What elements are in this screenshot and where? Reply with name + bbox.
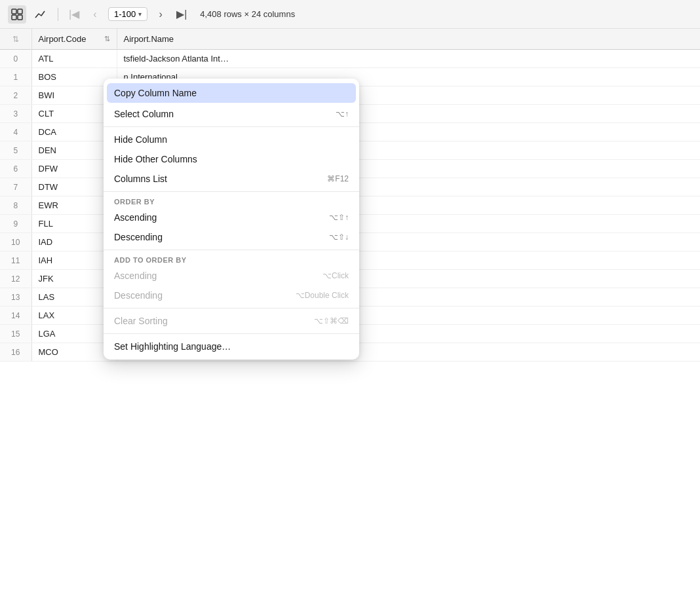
svg-rect-1 (18, 9, 22, 14)
menu-item-copy_column_name[interactable]: Copy Column Name (107, 83, 356, 103)
row-number-cell: 6 (0, 160, 31, 178)
airport-code-cell: ATL (31, 50, 117, 68)
menu-item-select_column[interactable]: Select Column⌥↑ (104, 104, 359, 124)
first-page-button[interactable]: |◀ (66, 7, 82, 22)
row-number-cell: 7 (0, 178, 31, 196)
row-number-cell: 5 (0, 141, 31, 160)
column-header-airport-name[interactable]: Airport.Name ⇅ (117, 29, 700, 50)
row-number-cell: 4 (0, 123, 31, 141)
row-number-cell: 1 (0, 68, 31, 86)
sort-icon-row: ⇅ (12, 35, 19, 44)
menu-item-descending[interactable]: Descending⌥⇧↓ (104, 227, 359, 247)
menu-item-clear_sorting: Clear Sorting⌥⇧⌘⌫ (104, 311, 359, 331)
menu-item-shortcut-ascending_add: ⌥Click (322, 271, 349, 280)
menu-item-label-ascending: Ascending (114, 212, 157, 223)
menu-item-label-columns_list: Columns List (114, 174, 167, 184)
menu-item-label-select_column: Select Column (114, 109, 174, 119)
menu-item-shortcut-ascending: ⌥⇧↑ (329, 213, 349, 222)
svg-rect-0 (12, 9, 16, 14)
menu-item-set_highlighting[interactable]: Set Highlighting Language… (104, 337, 359, 356)
chevron-down-icon: ▾ (138, 10, 142, 18)
next-page-button[interactable]: › (153, 7, 168, 22)
menu-item-label-descending: Descending (114, 232, 163, 242)
menu-separator (104, 308, 359, 308)
menu-item-shortcut-descending_add: ⌥Double Click (296, 291, 349, 300)
prev-page-button[interactable]: ‹ (87, 7, 103, 22)
column-label-airport-name: Airport.Name (124, 34, 174, 44)
row-number-cell: 15 (0, 325, 31, 343)
menu-section-order_by_header: ORDER BY (104, 195, 359, 208)
row-col-info: 4,408 rows × 24 columns (200, 9, 295, 19)
menu-item-shortcut-columns_list: ⌘F12 (327, 174, 349, 183)
menu-separator (104, 191, 359, 192)
menu-item-columns_list[interactable]: Columns List⌘F12 (104, 169, 359, 189)
last-page-button[interactable]: ▶| (174, 7, 189, 22)
table-row: 0 ATL tsfield-Jackson Atlanta Int… (0, 50, 700, 68)
svg-rect-2 (12, 15, 16, 20)
menu-item-label-set_highlighting: Set Highlighting Language… (114, 341, 231, 352)
menu-item-descending_add: Descending⌥Double Click (104, 286, 359, 305)
toolbar: |◀ ‹ 1-100 ▾ › ▶| 4,408 rows × 24 column… (0, 0, 700, 29)
menu-item-label-hide_column: Hide Column (114, 134, 167, 145)
menu-item-hide_column[interactable]: Hide Column (104, 130, 359, 149)
row-number-cell: 12 (0, 270, 31, 288)
menu-item-label-hide_other_columns: Hide Other Columns (114, 154, 197, 164)
page-range-label: 1-100 (114, 9, 136, 19)
menu-section-add_order_by_header: Add to ORDER BY (104, 253, 359, 266)
row-number-cell: 3 (0, 105, 31, 123)
row-number-cell: 11 (0, 251, 31, 270)
menu-item-shortcut-descending: ⌥⇧↓ (329, 233, 349, 242)
row-number-cell: 16 (0, 343, 31, 362)
airport-name-cell: tsfield-Jackson Atlanta Int… (117, 50, 700, 68)
row-number-cell: 0 (0, 50, 31, 68)
menu-separator (104, 126, 359, 127)
row-number-cell: 2 (0, 86, 31, 105)
row-number-cell: 14 (0, 307, 31, 325)
menu-item-shortcut-select_column: ⌥↑ (336, 109, 349, 119)
column-header-airport-code[interactable]: Airport.Code ⇅ (31, 29, 117, 50)
menu-item-label-descending_add: Descending (114, 290, 163, 301)
menu-item-label-copy_column_name: Copy Column Name (114, 88, 197, 98)
menu-item-ascending_add: Ascending⌥Click (104, 266, 359, 286)
row-number-cell: 8 (0, 196, 31, 215)
menu-item-label-clear_sorting: Clear Sorting (114, 316, 168, 326)
toolbar-separator-1 (58, 8, 58, 21)
context-menu: Copy Column NameSelect Column⌥↑Hide Colu… (104, 79, 359, 360)
menu-item-hide_other_columns[interactable]: Hide Other Columns (104, 149, 359, 169)
row-number-header: ⇅ (0, 29, 31, 50)
menu-separator (104, 333, 359, 334)
page-selector[interactable]: 1-100 ▾ (108, 7, 147, 21)
grid-view-button[interactable] (8, 5, 26, 24)
sort-icon-airport-code: ⇅ (104, 35, 110, 43)
menu-item-ascending[interactable]: Ascending⌥⇧↑ (104, 208, 359, 227)
row-number-cell: 10 (0, 233, 31, 251)
chart-view-button[interactable] (31, 5, 50, 24)
column-label-airport-code: Airport.Code (39, 34, 87, 44)
row-number-cell: 13 (0, 288, 31, 307)
menu-item-shortcut-clear_sorting: ⌥⇧⌘⌫ (314, 316, 349, 326)
svg-rect-3 (18, 15, 22, 20)
row-number-cell: 9 (0, 215, 31, 233)
menu-item-label-ascending_add: Ascending (114, 270, 157, 281)
menu-separator (104, 250, 359, 250)
